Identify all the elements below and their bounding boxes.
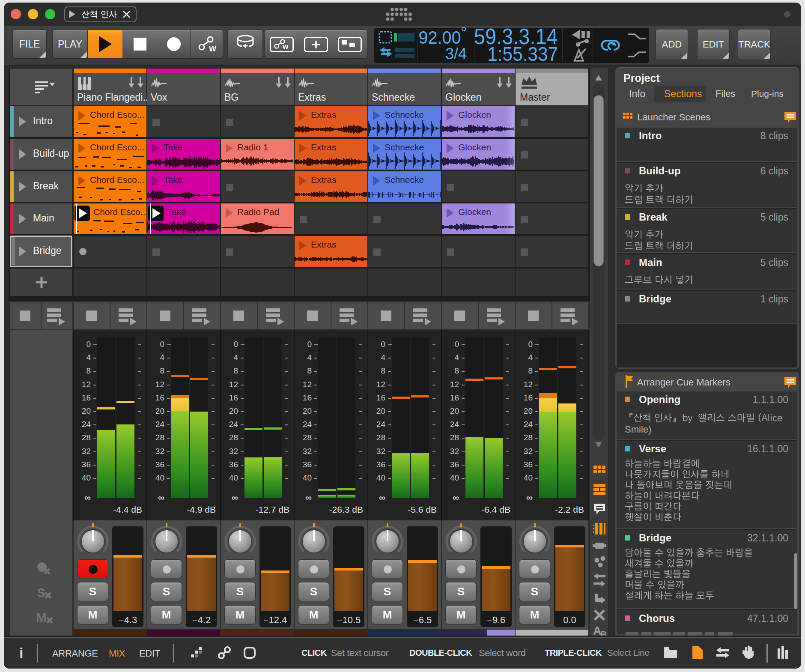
svg-text:M: M	[36, 610, 47, 624]
svg-text:S: S	[37, 585, 45, 600]
svg-text:W: W	[283, 44, 289, 51]
svg-text:W: W	[209, 45, 216, 53]
